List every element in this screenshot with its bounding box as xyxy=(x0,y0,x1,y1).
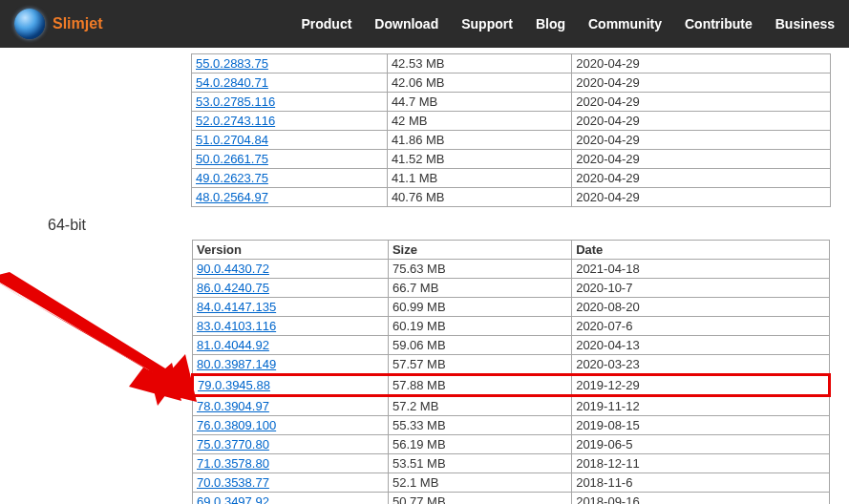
version-link[interactable]: 51.0.2704.84 xyxy=(196,133,268,147)
size-cell: 55.33 MB xyxy=(388,416,571,435)
size-cell: 41.1 MB xyxy=(387,169,571,188)
table-header-row: Version Size Date xyxy=(193,241,830,260)
table-row: 53.0.2785.11644.7 MB2020-04-29 xyxy=(192,93,831,112)
table-row: 79.0.3945.8857.88 MB2019-12-29 xyxy=(193,375,830,396)
nav-download[interactable]: Download xyxy=(374,16,438,32)
table-row: 69.0.3497.9250.77 MB2018-09-16 xyxy=(193,493,830,505)
date-cell: 2020-03-23 xyxy=(572,355,830,375)
nav-contribute[interactable]: Contribute xyxy=(685,16,753,32)
table-row: 86.0.4240.7566.7 MB2020-10-7 xyxy=(193,279,830,298)
size-cell: 40.76 MB xyxy=(387,188,571,207)
nav-community[interactable]: Community xyxy=(588,16,662,32)
version-link[interactable]: 90.0.4430.72 xyxy=(197,262,269,276)
nav-business[interactable]: Business xyxy=(775,16,835,32)
svg-marker-1 xyxy=(0,272,181,401)
date-cell: 2020-04-29 xyxy=(572,150,831,169)
table-row: 83.0.4103.11660.19 MB2020-07-6 xyxy=(193,317,830,336)
table-row: 50.0.2661.7541.52 MB2020-04-29 xyxy=(192,150,831,169)
version-link[interactable]: 81.0.4044.92 xyxy=(197,338,269,352)
size-cell: 59.06 MB xyxy=(388,336,571,355)
table-row: 90.0.4430.7275.63 MB2021-04-18 xyxy=(193,260,830,279)
svg-marker-0 xyxy=(0,277,201,406)
version-link[interactable]: 53.0.2785.116 xyxy=(196,94,275,109)
version-link[interactable]: 84.0.4147.135 xyxy=(197,300,276,314)
size-cell: 41.52 MB xyxy=(387,150,571,169)
date-cell: 2020-07-6 xyxy=(572,317,830,336)
version-link[interactable]: 75.0.3770.80 xyxy=(197,437,269,452)
version-link[interactable]: 76.0.3809.100 xyxy=(197,418,276,432)
size-cell: 60.19 MB xyxy=(388,317,571,336)
size-cell: 50.77 MB xyxy=(388,493,571,505)
table-row: 71.0.3578.8053.51 MB2018-12-11 xyxy=(193,454,830,473)
version-link[interactable]: 48.0.2564.97 xyxy=(196,190,268,204)
table-row: 75.0.3770.8056.19 MB2019-06-5 xyxy=(193,435,830,454)
table-row: 55.0.2883.7542.53 MB2020-04-29 xyxy=(192,54,831,74)
date-cell: 2020-04-29 xyxy=(572,169,831,188)
size-cell: 56.19 MB xyxy=(388,435,571,454)
version-link[interactable]: 69.0.3497.92 xyxy=(197,494,269,504)
table-row: 84.0.4147.13560.99 MB2020-08-20 xyxy=(193,298,830,317)
date-cell: 2020-04-29 xyxy=(572,112,831,131)
table-row: 51.0.2704.8441.86 MB2020-04-29 xyxy=(192,131,831,150)
table-row: 48.0.2564.9740.76 MB2020-04-29 xyxy=(192,188,831,207)
version-link[interactable]: 83.0.4103.116 xyxy=(197,319,276,333)
version-link[interactable]: 70.0.3538.77 xyxy=(197,475,269,490)
date-cell: 2018-12-11 xyxy=(572,454,830,473)
date-cell: 2020-04-29 xyxy=(572,93,831,112)
date-cell: 2018-11-6 xyxy=(572,473,830,493)
version-link[interactable]: 55.0.2883.75 xyxy=(196,56,268,71)
brand-name: Slimjet xyxy=(53,15,102,32)
size-cell: 57.2 MB xyxy=(388,396,571,416)
size-cell: 57.57 MB xyxy=(388,355,571,375)
globe-icon xyxy=(14,9,45,39)
version-link[interactable]: 49.0.2623.75 xyxy=(196,171,268,185)
version-link[interactable]: 71.0.3578.80 xyxy=(197,456,269,471)
table-row: 70.0.3538.7752.1 MB2018-11-6 xyxy=(193,473,830,493)
arrow-annotation-icon xyxy=(0,272,210,425)
table-row: 49.0.2623.7541.1 MB2020-04-29 xyxy=(192,169,831,188)
size-cell: 60.99 MB xyxy=(388,298,571,317)
table-row: 76.0.3809.10055.33 MB2019-08-15 xyxy=(193,416,830,435)
date-cell: 2019-11-12 xyxy=(572,396,830,416)
date-cell: 2020-08-20 xyxy=(572,298,830,317)
size-cell: 42.53 MB xyxy=(387,54,571,74)
downloads-table-32bit-tail: 55.0.2883.7542.53 MB2020-04-2954.0.2840.… xyxy=(191,53,831,207)
table-row: 78.0.3904.9757.2 MB2019-11-12 xyxy=(193,396,830,416)
version-link[interactable]: 78.0.3904.97 xyxy=(197,399,269,413)
version-link[interactable]: 80.0.3987.149 xyxy=(197,357,276,371)
table-row: 54.0.2840.7142.06 MB2020-04-29 xyxy=(192,74,831,93)
top-bar: Slimjet Product Download Support Blog Co… xyxy=(0,0,849,48)
date-cell: 2019-08-15 xyxy=(572,416,830,435)
size-cell: 42.06 MB xyxy=(387,74,571,93)
size-cell: 57.88 MB xyxy=(388,375,571,396)
version-link[interactable]: 79.0.3945.88 xyxy=(198,378,270,392)
date-cell: 2018-09-16 xyxy=(572,493,830,505)
main-nav: Product Download Support Blog Community … xyxy=(301,16,835,32)
version-link[interactable]: 52.0.2743.116 xyxy=(196,114,275,128)
date-cell: 2019-12-29 xyxy=(572,375,830,396)
date-cell: 2020-04-13 xyxy=(572,336,830,355)
date-cell: 2021-04-18 xyxy=(572,260,830,279)
date-cell: 2020-04-29 xyxy=(572,74,831,93)
svg-marker-2 xyxy=(0,272,197,402)
date-cell: 2019-06-5 xyxy=(572,435,830,454)
col-header-date: Date xyxy=(572,241,830,260)
size-cell: 44.7 MB xyxy=(387,93,571,112)
col-header-version: Version xyxy=(193,241,389,260)
nav-support[interactable]: Support xyxy=(461,16,513,32)
size-cell: 41.86 MB xyxy=(387,131,571,150)
size-cell: 75.63 MB xyxy=(388,260,571,279)
version-link[interactable]: 50.0.2661.75 xyxy=(196,152,268,166)
logo[interactable]: Slimjet xyxy=(14,9,102,39)
nav-blog[interactable]: Blog xyxy=(536,16,565,32)
nav-product[interactable]: Product xyxy=(301,16,351,32)
date-cell: 2020-04-29 xyxy=(572,188,831,207)
size-cell: 66.7 MB xyxy=(388,279,571,298)
table-row: 80.0.3987.14957.57 MB2020-03-23 xyxy=(193,355,830,375)
downloads-table-64bit: Version Size Date 90.0.4430.7275.63 MB20… xyxy=(191,240,831,504)
version-link[interactable]: 54.0.2840.71 xyxy=(196,75,268,90)
size-cell: 53.51 MB xyxy=(388,454,571,473)
version-link[interactable]: 86.0.4240.75 xyxy=(197,281,269,295)
table-row: 52.0.2743.11642 MB2020-04-29 xyxy=(192,112,831,131)
size-cell: 42 MB xyxy=(387,112,571,131)
